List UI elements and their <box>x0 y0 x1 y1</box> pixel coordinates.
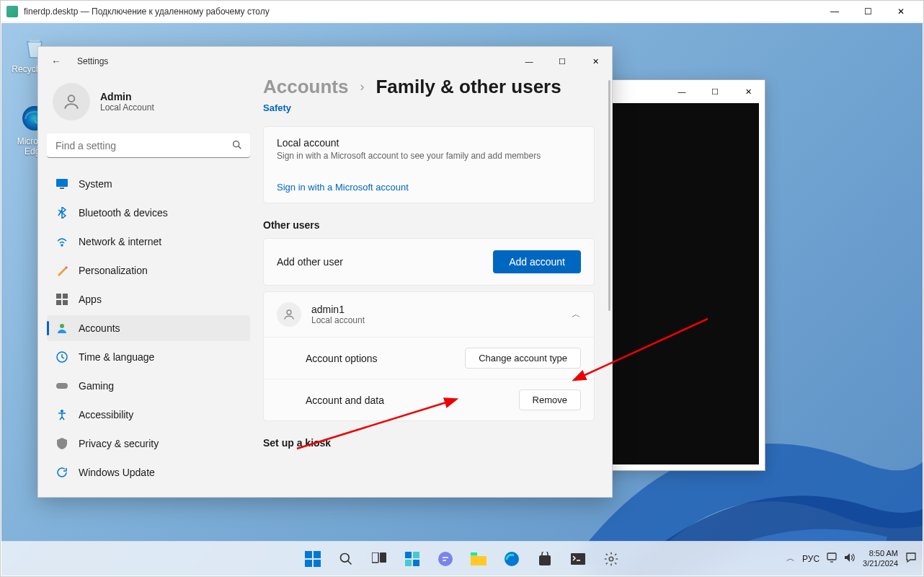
add-account-button[interactable]: Add account <box>493 250 581 273</box>
svg-rect-4 <box>56 179 68 187</box>
svg-rect-9 <box>63 300 68 305</box>
svg-rect-6 <box>56 294 61 299</box>
language-indicator[interactable]: РУС <box>802 554 819 564</box>
svg-point-14 <box>287 310 291 314</box>
rdp-icon <box>6 6 18 17</box>
profile-block[interactable]: Admin Local Account <box>47 76 250 133</box>
rdp-title: finerdp.desktp — Подключение к удаленном… <box>24 6 818 17</box>
search-input[interactable] <box>47 133 250 158</box>
svg-rect-5 <box>60 188 64 189</box>
volume-tray-icon[interactable] <box>844 552 856 565</box>
accounts-icon <box>55 322 68 335</box>
settings-titlebar[interactable]: ← Settings — ☐ ✕ <box>38 47 612 76</box>
nav-personalization[interactable]: Personalization <box>47 257 250 283</box>
svg-rect-26 <box>405 560 412 566</box>
clock[interactable]: 8:50 AM 3/21/2024 <box>863 549 898 568</box>
settings-close-button[interactable]: ✕ <box>579 47 612 76</box>
user-group: admin1 Local account ︿ Account options C… <box>263 291 595 421</box>
add-user-row: Add other user Add account <box>263 238 595 286</box>
settings-window: ← Settings — ☐ ✕ Admin Local Account <box>37 46 613 498</box>
rdp-titlebar[interactable]: finerdp.desktp — Подключение к удаленном… <box>1 1 923 22</box>
time-icon <box>55 351 68 364</box>
settings-sidebar: Admin Local Account System Bluetooth & d… <box>38 76 259 497</box>
user-header[interactable]: admin1 Local account ︿ <box>264 292 594 337</box>
svg-point-2 <box>68 95 75 102</box>
settings-title: Settings <box>77 56 512 66</box>
nav-privacy[interactable]: Privacy & security <box>47 431 250 457</box>
back-button[interactable]: ← <box>51 56 64 67</box>
safety-link[interactable]: Safety <box>263 102 595 113</box>
nav-accessibility[interactable]: Accessibility <box>47 402 250 428</box>
terminal-button[interactable] <box>564 545 592 573</box>
svg-point-13 <box>61 410 63 413</box>
bluetooth-icon <box>55 206 68 219</box>
search-box[interactable] <box>47 133 250 158</box>
local-account-card: Local account Sign in with a Microsoft a… <box>263 126 595 203</box>
terminal-close-button[interactable]: ✕ <box>732 80 765 103</box>
settings-maximize-button[interactable]: ☐ <box>546 47 579 76</box>
breadcrumb-root[interactable]: Accounts <box>263 76 348 98</box>
rdp-window: finerdp.desktp — Подключение к удаленном… <box>0 0 924 577</box>
nav-bluetooth[interactable]: Bluetooth & devices <box>47 200 250 226</box>
profile-name: Admin <box>100 91 154 102</box>
network-tray-icon[interactable] <box>827 552 838 565</box>
change-account-type-button[interactable]: Change account type <box>465 348 581 369</box>
nav-gaming[interactable]: Gaming <box>47 373 250 399</box>
widgets-button[interactable] <box>398 545 427 573</box>
kiosk-header: Set up a kiosk <box>263 437 595 449</box>
remove-button[interactable]: Remove <box>519 389 581 410</box>
edge-button[interactable] <box>497 545 526 573</box>
svg-rect-24 <box>405 552 412 558</box>
scrollbar[interactable] <box>608 80 610 311</box>
nav-time[interactable]: Time & language <box>47 344 250 370</box>
terminal-minimize-button[interactable]: — <box>665 80 698 103</box>
nav-update[interactable]: Windows Update <box>47 459 250 485</box>
add-user-label: Add other user <box>277 256 343 268</box>
rdp-close-button[interactable]: ✕ <box>884 1 918 22</box>
taskbar-center <box>298 545 626 573</box>
profile-sub: Local Account <box>100 102 154 113</box>
svg-rect-34 <box>827 553 836 560</box>
settings-main: Accounts › Family & other users Safety L… <box>259 76 612 497</box>
nav-network[interactable]: Network & internet <box>47 229 250 255</box>
desktop[interactable]: Recycle Bin Microsoft Edge — ☐ ✕ ← Setti… <box>1 23 923 576</box>
rdp-minimize-button[interactable]: — <box>818 1 851 22</box>
nav-accounts[interactable]: Accounts <box>47 315 250 341</box>
rdp-maximize-button[interactable]: ☐ <box>851 1 884 22</box>
sign-in-ms-link[interactable]: Sign in with a Microsoft account <box>264 171 594 203</box>
notifications-tray-icon[interactable] <box>905 552 917 565</box>
settings-minimize-button[interactable]: — <box>512 47 546 76</box>
settings-taskbar-button[interactable] <box>597 545 626 573</box>
svg-point-0 <box>30 38 40 40</box>
svg-rect-27 <box>413 560 419 566</box>
task-view-button[interactable] <box>365 545 394 573</box>
taskbar-search-button[interactable] <box>332 545 360 573</box>
svg-point-33 <box>609 557 613 561</box>
svg-rect-18 <box>314 551 321 558</box>
terminal-maximize-button[interactable]: ☐ <box>698 80 732 103</box>
tray-chevron-icon[interactable]: ︿ <box>786 552 795 565</box>
user-sub: Local account <box>311 315 365 325</box>
system-icon <box>55 177 68 190</box>
svg-rect-29 <box>471 552 477 555</box>
svg-point-10 <box>60 324 64 328</box>
svg-rect-17 <box>305 551 312 558</box>
svg-rect-23 <box>380 552 386 563</box>
svg-rect-31 <box>539 555 551 565</box>
nav-system[interactable]: System <box>47 171 250 197</box>
nav-apps[interactable]: Apps <box>47 286 250 312</box>
explorer-button[interactable] <box>464 545 493 573</box>
breadcrumb: Accounts › Family & other users <box>263 76 595 98</box>
account-data-row: Account and data Remove <box>264 379 594 420</box>
gaming-icon <box>55 379 68 392</box>
network-icon <box>55 235 68 248</box>
taskbar-right: ︿ РУС 8:50 AM 3/21/2024 <box>786 549 917 568</box>
svg-point-21 <box>341 553 350 562</box>
svg-rect-8 <box>56 300 61 305</box>
chat-button[interactable] <box>431 545 460 573</box>
chevron-up-icon[interactable]: ︿ <box>572 308 581 321</box>
update-icon <box>55 466 68 479</box>
start-button[interactable] <box>298 545 327 573</box>
store-button[interactable] <box>530 545 559 573</box>
clock-time: 8:50 AM <box>863 549 898 558</box>
